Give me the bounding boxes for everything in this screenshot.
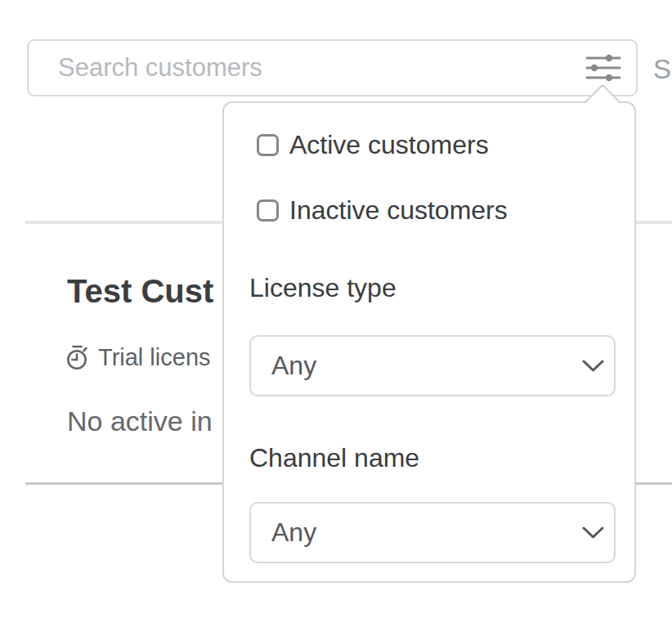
license-row: Trial licens: [65, 344, 211, 371]
channel-name-field-label: Channel name: [249, 443, 419, 473]
filter-popover: Active customers Inactive customers Lice…: [222, 101, 636, 583]
chevron-down-icon: [582, 360, 604, 373]
filter-button[interactable]: [582, 48, 625, 87]
sliders-icon: [585, 54, 621, 82]
checkbox-row-inactive-customers[interactable]: Inactive customers: [257, 195, 508, 226]
license-type-select[interactable]: Any: [249, 335, 616, 396]
search-input[interactable]: [29, 41, 636, 95]
license-type-field-label: License type: [249, 273, 396, 303]
inactive-customers-checkbox[interactable]: [257, 199, 279, 222]
customer-status-text: No active in: [67, 405, 213, 437]
sort-control-partial[interactable]: S: [653, 54, 671, 85]
chevron-down-icon: [582, 526, 604, 540]
channel-name-select[interactable]: Any: [249, 502, 616, 563]
channel-name-select-value: Any: [251, 517, 582, 548]
inactive-customers-label: Inactive customers: [289, 195, 508, 226]
active-customers-checkbox[interactable]: [257, 134, 279, 156]
checkbox-row-active-customers[interactable]: Active customers: [257, 130, 489, 160]
active-customers-label: Active customers: [289, 130, 489, 160]
customer-name-heading: Test Cust: [67, 273, 213, 310]
license-type-text: Trial licens: [98, 344, 211, 371]
timer-icon: [65, 345, 89, 370]
search-box: [27, 39, 638, 96]
license-type-select-value: Any: [251, 351, 582, 381]
